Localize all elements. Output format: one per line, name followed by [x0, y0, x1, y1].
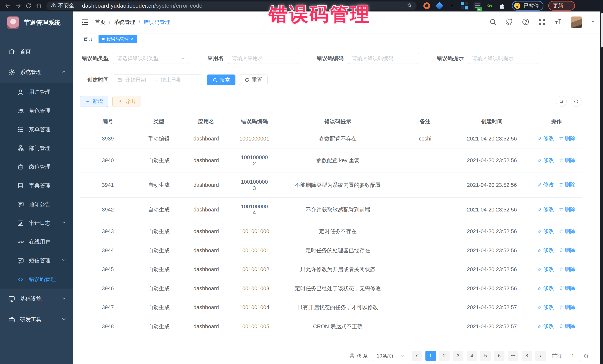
- export-button[interactable]: 导出: [112, 96, 141, 107]
- dark-list-on-icon[interactable]: on: [473, 2, 481, 10]
- search-button[interactable]: 搜索: [207, 75, 235, 85]
- delete-link[interactable]: 删除: [559, 182, 575, 188]
- green-key-icon[interactable]: [486, 2, 494, 10]
- next-page-button[interactable]: [535, 351, 546, 361]
- cell-code: 1001001004: [230, 298, 278, 317]
- home-icon[interactable]: [34, 0, 44, 11]
- page-button-8[interactable]: 8: [522, 351, 532, 361]
- error-code-label: 错误码编码: [317, 55, 344, 62]
- font-size-icon[interactable]: [554, 18, 562, 26]
- edit-link[interactable]: 修改: [537, 247, 554, 253]
- goto-page-input[interactable]: [565, 351, 581, 361]
- app-name-input[interactable]: [232, 55, 295, 61]
- chevron-down-icon[interactable]: [591, 20, 596, 25]
- sidebar-item-10[interactable]: 在线用户: [0, 232, 73, 251]
- sidebar-item-9[interactable]: 审计日志: [0, 214, 73, 232]
- date-range-picker[interactable]: 开始日期 - 结束日期: [113, 75, 202, 85]
- breadcrumb-item-1[interactable]: 系统管理: [114, 19, 135, 26]
- user-avatar[interactable]: [571, 16, 582, 28]
- delete-link[interactable]: 删除: [559, 206, 575, 212]
- sidebar-item-14[interactable]: 研发工具: [0, 309, 73, 330]
- update-chip[interactable]: 更新 ⋮: [548, 1, 575, 11]
- page-ellipsis[interactable]: •••: [508, 351, 518, 361]
- puzzle-icon[interactable]: [499, 2, 506, 10]
- page-scrollbar[interactable]: [600, 11, 603, 364]
- page-button-1[interactable]: 1: [425, 351, 436, 361]
- sidebar-item-2[interactable]: 用户管理: [0, 83, 73, 101]
- delete-link[interactable]: 删除: [559, 304, 575, 310]
- edit-link[interactable]: 修改: [537, 157, 554, 163]
- update-button[interactable]: 更新: [553, 2, 563, 9]
- scrollbar-thumb[interactable]: [601, 13, 603, 47]
- cell-code: 1001000003: [230, 173, 278, 197]
- delete-link[interactable]: 删除: [559, 157, 575, 163]
- tab-home[interactable]: 首页: [80, 35, 96, 43]
- delete-link[interactable]: 删除: [559, 323, 575, 329]
- edit-link[interactable]: 修改: [537, 228, 554, 234]
- delete-link[interactable]: 删除: [559, 228, 575, 234]
- sidebar-item-4[interactable]: 菜单管理: [0, 120, 73, 139]
- sidebar-item-label: 菜单管理: [29, 126, 50, 133]
- security-label[interactable]: 不安全: [58, 2, 74, 10]
- prev-page-button[interactable]: [412, 351, 422, 361]
- reset-button[interactable]: 重置: [239, 75, 267, 85]
- delete-link[interactable]: 删除: [559, 135, 575, 141]
- sidebar-item-8[interactable]: 通知公告: [0, 195, 73, 214]
- edit-link[interactable]: 修改: [537, 182, 554, 188]
- breadcrumb-item-0[interactable]: 首页: [95, 19, 105, 26]
- grid-icon[interactable]: [461, 2, 468, 10]
- edit-link[interactable]: 修改: [537, 206, 554, 212]
- sidebar-item-label: 研发工具: [20, 316, 42, 323]
- page-button-5[interactable]: 5: [480, 351, 491, 361]
- github-icon[interactable]: [505, 18, 513, 26]
- edit-link[interactable]: 修改: [537, 135, 554, 141]
- edit-link[interactable]: 修改: [537, 323, 554, 329]
- sidebar-item-0[interactable]: 首页: [0, 41, 73, 62]
- add-button[interactable]: 新增: [80, 96, 108, 107]
- sidebar-item-6[interactable]: 岗位管理: [0, 157, 73, 176]
- edit-link[interactable]: 修改: [537, 266, 554, 272]
- refresh-icon[interactable]: [23, 0, 34, 11]
- blue-gem-icon[interactable]: [435, 2, 443, 10]
- menu-dots-icon[interactable]: ⋮: [566, 3, 572, 9]
- help-icon[interactable]: [522, 18, 530, 26]
- error-code-input[interactable]: [352, 55, 415, 61]
- close-icon[interactable]: ×: [131, 36, 133, 41]
- delete-link[interactable]: 删除: [559, 285, 575, 291]
- header-search-icon[interactable]: [489, 18, 497, 26]
- tags-view-bar: 首页 错误码管理 ×: [73, 33, 603, 45]
- edit-link[interactable]: 修改: [537, 285, 554, 291]
- error-type-select[interactable]: 请选择错误码类型: [113, 53, 190, 64]
- cell-type: 自动生成: [136, 222, 182, 241]
- bookmark-star-icon[interactable]: [406, 3, 412, 9]
- sidebar-item-12[interactable]: 错误码管理: [0, 270, 73, 288]
- page-button-6[interactable]: 6: [494, 351, 504, 361]
- sidebar-item-1[interactable]: 系统管理: [0, 62, 73, 83]
- sidebar-item-11[interactable]: 短信管理: [0, 251, 73, 270]
- sidebar-item-7[interactable]: 字典管理: [0, 176, 73, 195]
- sidebar-item-3[interactable]: 角色管理: [0, 101, 73, 120]
- edit-link[interactable]: 修改: [537, 304, 554, 310]
- hamburger-icon[interactable]: [81, 18, 89, 26]
- forward-icon[interactable]: [13, 0, 23, 11]
- sidebar-item-5[interactable]: 部门管理: [0, 139, 73, 157]
- back-icon[interactable]: [3, 0, 13, 11]
- delete-link[interactable]: 删除: [559, 266, 575, 272]
- green-v-icon[interactable]: V: [448, 2, 456, 10]
- app-name-label: 应用名: [208, 55, 224, 62]
- delete-link[interactable]: 删除: [559, 247, 575, 253]
- sidebar-item-13[interactable]: 基础设施: [0, 288, 73, 309]
- page-size-select[interactable]: 10条/页: [373, 351, 408, 361]
- page-button-4[interactable]: 4: [467, 351, 477, 361]
- refresh-table-button[interactable]: [571, 96, 581, 107]
- error-hint-input[interactable]: [472, 55, 535, 61]
- cell-actions: 修改删除: [531, 197, 582, 222]
- page-button-2[interactable]: 2: [439, 351, 450, 361]
- profile-paused-chip[interactable]: 已暂停: [512, 1, 544, 11]
- show-search-button[interactable]: [556, 96, 567, 107]
- tab-error-code[interactable]: 错误码管理 ×: [99, 35, 137, 43]
- orange-ring-icon[interactable]: [423, 2, 431, 10]
- fullscreen-icon[interactable]: [538, 18, 546, 26]
- page-button-3[interactable]: 3: [453, 351, 463, 361]
- app-logo-row[interactable]: 芋道管理系统: [0, 11, 73, 34]
